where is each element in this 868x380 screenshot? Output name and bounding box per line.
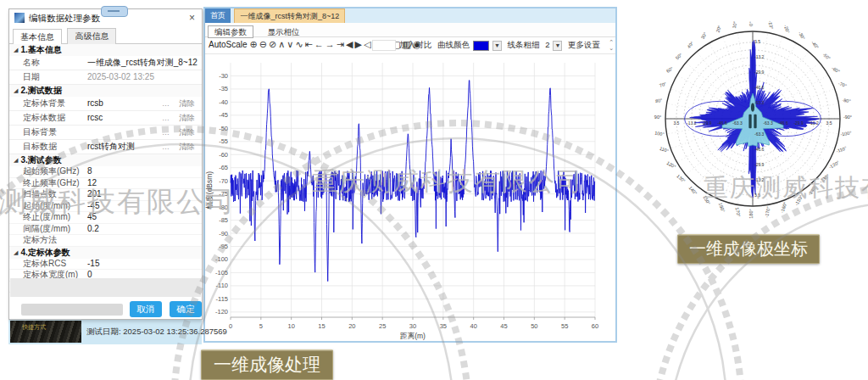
clear-button[interactable]: 清除 [179,126,195,139]
param-row: 定标体数据rcsc…清除 [9,111,202,126]
section-header[interactable]: ◢1.基本信息 [9,44,202,56]
svg-text:60°: 60° [665,66,674,74]
browse-dots-icon[interactable]: … [162,140,170,154]
svg-text:5: 5 [259,322,263,330]
polar-rcs-chart[interactable]: 0°180°10°20°30°40°50°60°70°80°90°100°110… [653,7,868,236]
param-label: 终止(度/mm) [23,212,70,223]
param-value[interactable]: 2025-03-02 13:25 [87,70,154,84]
marker-prev-icon[interactable]: ◀ [346,39,353,50]
svg-text:-63.3: -63.3 [763,120,773,126]
curve-color-dropdown-icon[interactable]: ▼ [492,41,502,51]
param-value[interactable]: rcsc [87,111,103,125]
svg-text:-13.2: -13.2 [809,120,819,126]
param-value[interactable]: 201 [87,189,102,200]
svg-text:170°: 170° [735,207,742,217]
section-header[interactable]: ◢3.测试参数 [9,154,202,166]
param-row: 日期2025-03-02 13:25 [9,70,202,85]
marker-next-icon[interactable]: ▶ [355,39,362,50]
ok-button[interactable]: 确定 [170,301,202,317]
param-label: 名称 [23,56,40,70]
range-profile-chart[interactable]: 051015202530354045505560-30-35-40-45-50-… [205,54,612,351]
param-label: 定标体数据 [23,111,65,125]
step-last-icon[interactable]: ⇥ [337,39,344,50]
param-value[interactable]: -45 [87,201,99,212]
zoom-out-icon[interactable]: ⊖ [259,39,267,50]
tab-advanced-info[interactable]: 高级信息 [67,28,116,44]
step-back-icon[interactable]: ← [314,39,324,49]
param-value[interactable]: rcsb [87,97,103,110]
zoom-reset-icon[interactable]: ⊘ [269,39,276,50]
line-width-value[interactable]: 2 [545,40,549,49]
peak-up-icon[interactable]: ∧ [278,39,285,50]
param-value[interactable]: 一维成像_rcst转角对测_8~12 [87,56,198,70]
browse-dots-icon[interactable]: … [162,126,170,139]
param-label: 目标背景 [23,126,57,139]
trace-prev-icon[interactable]: ◁ [364,39,370,50]
svg-text:-46.6: -46.6 [717,120,727,126]
drag-handle[interactable] [101,6,128,17]
trace-icon[interactable]: ∿ [295,39,303,50]
param-value[interactable]: 45 [87,212,97,223]
dialog-text-input[interactable] [21,304,123,316]
svg-text:-45: -45 [219,111,228,119]
svg-text:30: 30 [409,322,416,330]
svg-text:0: 0 [229,322,232,330]
browse-dots-icon[interactable]: … [162,111,170,125]
svg-text:-29.9: -29.9 [702,120,712,126]
svg-text:20°: 20° [715,25,722,33]
svg-text:110°: 110° [659,146,669,154]
clear-button[interactable]: 清除 [179,111,195,125]
clear-button[interactable]: 清除 [179,140,195,154]
svg-text:-170°: -170° [764,206,771,218]
tab-imaging-result[interactable]: 一维成像_rcst转角对测_8~12 [234,8,345,23]
svg-text:10: 10 [287,322,294,330]
svg-text:-100: -100 [215,255,228,263]
autoscale-button[interactable]: AutoScale [209,40,248,49]
expander-icon[interactable]: ◢ [14,247,18,259]
chart-toolbar: AutoScale⊕⊖⊘∧∨∿⇤←→⇥◀▶◁▷▤▢▥◉ 加入对比 曲线颜色▼ 线… [205,37,615,54]
edit-params-button[interactable]: 编辑参数 [208,25,253,38]
svg-text:-63.3: -63.3 [754,100,765,105]
param-value[interactable]: 8 [87,166,92,177]
more-settings-button[interactable]: 更多设置 [568,40,600,49]
svg-text:70°: 70° [659,81,667,88]
step-forward-icon[interactable]: → [326,39,335,49]
section-header[interactable]: ◢2.测试数据 [9,85,202,97]
svg-text:20: 20 [348,322,355,330]
step-first-icon[interactable]: ⇤ [305,39,313,50]
expander-icon[interactable]: ◢ [14,154,18,166]
expander-icon[interactable]: ◢ [14,85,18,97]
svg-text:-46.6: -46.6 [754,147,765,152]
line-width-dropdown-icon[interactable]: ▼ [553,41,562,51]
svg-text:3.5: 3.5 [826,120,832,126]
imaging-window: 首页 一维成像_rcst转角对测_8~12 编辑参数 显示相位 AutoScal… [203,7,617,343]
test-thumbnail[interactable]: 快捷方式 [10,321,81,343]
param-value[interactable]: -15 [87,259,99,270]
toolbar-scroll[interactable]: ⌃⌄ [609,39,614,51]
tab-home[interactable]: 首页 [205,8,231,23]
add-compare-button[interactable]: 加入对比 [399,40,431,49]
expander-icon[interactable]: ◢ [14,44,18,56]
close-icon[interactable]: × [189,9,195,27]
param-value[interactable]: rcst转角对测 [87,140,135,154]
section-header[interactable]: ◢4.定标体参数 [9,247,202,259]
clear-button[interactable]: 清除 [179,97,195,110]
show-phase-button[interactable]: 显示相位 [261,26,305,37]
param-value[interactable]: 12 [87,178,97,189]
curve-color-swatch[interactable] [473,41,489,51]
param-label: 扫描点数 [23,189,57,200]
svg-text:-29.9: -29.9 [793,120,804,126]
status-bar: 快捷方式 测试日期: 2025-03-02 13:25:36.287569 [8,319,202,344]
svg-text:50: 50 [531,322,537,330]
svg-text:-40°: -40° [810,40,820,50]
peak-down-icon[interactable]: ∨ [287,39,293,50]
svg-text:-110°: -110° [835,145,847,154]
toolbar-field[interactable] [372,40,396,51]
tab-basic-info[interactable]: 基本信息 [13,29,62,46]
svg-text:140°: 140° [688,185,698,196]
param-value[interactable]: 0.2 [87,224,99,235]
cancel-button[interactable]: 取消 [130,301,162,317]
zoom-in-icon[interactable]: ⊕ [250,39,258,50]
dialog-title: 编辑数据处理参数 [29,9,100,27]
browse-dots-icon[interactable]: … [162,97,170,110]
